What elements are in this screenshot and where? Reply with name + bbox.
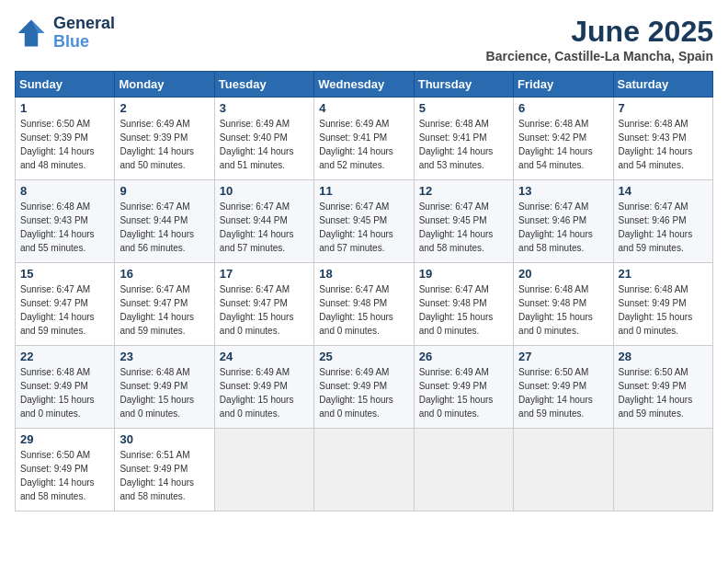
calendar-week-1: 1 Sunrise: 6:50 AMSunset: 9:39 PMDayligh…: [16, 98, 713, 180]
day-number: 12: [419, 184, 508, 198]
day-info: Sunrise: 6:48 AMSunset: 9:43 PMDaylight:…: [20, 200, 109, 255]
day-info: Sunrise: 6:49 AMSunset: 9:40 PMDaylight:…: [220, 117, 309, 172]
day-info: Sunrise: 6:48 AMSunset: 9:41 PMDaylight:…: [419, 117, 508, 172]
header-wednesday: Wednesday: [314, 72, 414, 98]
calendar-cell: 16 Sunrise: 6:47 AMSunset: 9:47 PMDaylig…: [115, 263, 214, 346]
calendar-cell: 25 Sunrise: 6:49 AMSunset: 9:49 PMDaylig…: [314, 346, 414, 429]
calendar-cell: [613, 429, 712, 511]
day-number: 9: [119, 184, 209, 198]
page-header: General Blue June 2025 Barcience, Castil…: [15, 15, 713, 63]
calendar-cell: 1 Sunrise: 6:50 AMSunset: 9:39 PMDayligh…: [16, 98, 115, 180]
day-number: 16: [119, 267, 209, 281]
day-info: Sunrise: 6:50 AMSunset: 9:49 PMDaylight:…: [619, 365, 708, 420]
day-number: 10: [220, 184, 309, 198]
day-info: Sunrise: 6:47 AMSunset: 9:47 PMDaylight:…: [220, 282, 309, 338]
day-info: Sunrise: 6:49 AMSunset: 9:41 PMDaylight:…: [319, 117, 408, 172]
calendar-cell: 8 Sunrise: 6:48 AMSunset: 9:43 PMDayligh…: [16, 180, 115, 263]
day-info: Sunrise: 6:48 AMSunset: 9:48 PMDaylight:…: [518, 282, 608, 338]
day-number: 30: [119, 432, 209, 446]
logo-text: General Blue: [53, 15, 115, 52]
calendar-cell: 12 Sunrise: 6:47 AMSunset: 9:45 PMDaylig…: [414, 180, 513, 263]
header-tuesday: Tuesday: [214, 72, 313, 98]
day-number: 3: [220, 101, 309, 115]
day-info: Sunrise: 6:48 AMSunset: 9:43 PMDaylight:…: [619, 117, 708, 172]
day-number: 11: [319, 184, 408, 198]
calendar-cell: 9 Sunrise: 6:47 AMSunset: 9:44 PMDayligh…: [115, 180, 214, 263]
calendar-cell: 6 Sunrise: 6:48 AMSunset: 9:42 PMDayligh…: [514, 98, 613, 180]
calendar-week-3: 15 Sunrise: 6:47 AMSunset: 9:47 PMDaylig…: [16, 263, 713, 346]
day-info: Sunrise: 6:51 AMSunset: 9:49 PMDaylight:…: [119, 448, 209, 503]
calendar-cell: 7 Sunrise: 6:48 AMSunset: 9:43 PMDayligh…: [613, 98, 712, 180]
day-number: 24: [220, 350, 309, 363]
calendar-cell: 29 Sunrise: 6:50 AMSunset: 9:49 PMDaylig…: [16, 429, 115, 511]
day-number: 8: [20, 184, 109, 198]
calendar-subtitle: Barcience, Castille-La Mancha, Spain: [486, 49, 713, 63]
calendar-cell: [314, 429, 414, 511]
calendar-cell: 20 Sunrise: 6:48 AMSunset: 9:48 PMDaylig…: [514, 263, 613, 346]
day-number: 19: [419, 267, 508, 281]
day-number: 15: [20, 267, 109, 281]
calendar-cell: 30 Sunrise: 6:51 AMSunset: 9:49 PMDaylig…: [115, 429, 214, 511]
calendar-week-5: 29 Sunrise: 6:50 AMSunset: 9:49 PMDaylig…: [16, 429, 713, 511]
day-number: 18: [319, 267, 408, 281]
calendar-cell: 4 Sunrise: 6:49 AMSunset: 9:41 PMDayligh…: [314, 98, 414, 180]
calendar-table: Sunday Monday Tuesday Wednesday Thursday…: [15, 71, 713, 511]
logo-icon: [15, 17, 48, 50]
day-number: 21: [619, 267, 708, 281]
day-number: 4: [319, 101, 408, 115]
day-info: Sunrise: 6:47 AMSunset: 9:44 PMDaylight:…: [119, 200, 209, 255]
calendar-cell: 27 Sunrise: 6:50 AMSunset: 9:49 PMDaylig…: [514, 346, 613, 429]
day-info: Sunrise: 6:47 AMSunset: 9:45 PMDaylight:…: [319, 200, 408, 255]
day-info: Sunrise: 6:48 AMSunset: 9:49 PMDaylight:…: [119, 365, 209, 420]
calendar-cell: 11 Sunrise: 6:47 AMSunset: 9:45 PMDaylig…: [314, 180, 414, 263]
calendar-cell: 22 Sunrise: 6:48 AMSunset: 9:49 PMDaylig…: [16, 346, 115, 429]
day-number: 22: [20, 350, 109, 363]
day-info: Sunrise: 6:49 AMSunset: 9:39 PMDaylight:…: [119, 117, 209, 172]
day-number: 25: [319, 350, 408, 363]
day-info: Sunrise: 6:47 AMSunset: 9:47 PMDaylight:…: [119, 282, 209, 338]
day-number: 1: [20, 101, 109, 115]
calendar-cell: 28 Sunrise: 6:50 AMSunset: 9:49 PMDaylig…: [613, 346, 712, 429]
day-number: 14: [619, 184, 708, 198]
day-number: 28: [619, 350, 708, 363]
calendar-cell: [414, 429, 513, 511]
day-number: 17: [220, 267, 309, 281]
calendar-cell: 23 Sunrise: 6:48 AMSunset: 9:49 PMDaylig…: [115, 346, 214, 429]
calendar-cell: 13 Sunrise: 6:47 AMSunset: 9:46 PMDaylig…: [514, 180, 613, 263]
day-number: 2: [119, 101, 209, 115]
day-number: 26: [419, 350, 508, 363]
day-info: Sunrise: 6:49 AMSunset: 9:49 PMDaylight:…: [220, 365, 309, 420]
day-info: Sunrise: 6:47 AMSunset: 9:46 PMDaylight:…: [518, 200, 608, 255]
calendar-cell: 21 Sunrise: 6:48 AMSunset: 9:49 PMDaylig…: [613, 263, 712, 346]
calendar-cell: 14 Sunrise: 6:47 AMSunset: 9:46 PMDaylig…: [613, 180, 712, 263]
header-thursday: Thursday: [414, 72, 513, 98]
calendar-week-4: 22 Sunrise: 6:48 AMSunset: 9:49 PMDaylig…: [16, 346, 713, 429]
day-number: 5: [419, 101, 508, 115]
header-sunday: Sunday: [16, 72, 115, 98]
day-number: 27: [518, 350, 608, 363]
calendar-cell: 26 Sunrise: 6:49 AMSunset: 9:49 PMDaylig…: [414, 346, 513, 429]
day-info: Sunrise: 6:50 AMSunset: 9:39 PMDaylight:…: [20, 117, 109, 172]
day-info: Sunrise: 6:48 AMSunset: 9:49 PMDaylight:…: [619, 282, 708, 338]
calendar-title: June 2025: [486, 15, 713, 49]
day-info: Sunrise: 6:49 AMSunset: 9:49 PMDaylight:…: [419, 365, 508, 420]
calendar-cell: 17 Sunrise: 6:47 AMSunset: 9:47 PMDaylig…: [214, 263, 313, 346]
calendar-week-2: 8 Sunrise: 6:48 AMSunset: 9:43 PMDayligh…: [16, 180, 713, 263]
day-info: Sunrise: 6:48 AMSunset: 9:49 PMDaylight:…: [20, 365, 109, 420]
calendar-cell: 15 Sunrise: 6:47 AMSunset: 9:47 PMDaylig…: [16, 263, 115, 346]
day-info: Sunrise: 6:47 AMSunset: 9:47 PMDaylight:…: [20, 282, 109, 338]
logo: General Blue: [15, 15, 115, 52]
day-number: 7: [619, 101, 708, 115]
calendar-cell: 18 Sunrise: 6:47 AMSunset: 9:48 PMDaylig…: [314, 263, 414, 346]
day-number: 29: [20, 432, 109, 446]
title-area: June 2025 Barcience, Castille-La Mancha,…: [486, 15, 713, 63]
day-number: 20: [518, 267, 608, 281]
day-number: 23: [119, 350, 209, 363]
day-number: 13: [518, 184, 608, 198]
header-monday: Monday: [115, 72, 214, 98]
header-friday: Friday: [514, 72, 613, 98]
calendar-cell: 3 Sunrise: 6:49 AMSunset: 9:40 PMDayligh…: [214, 98, 313, 180]
calendar-cell: [514, 429, 613, 511]
day-info: Sunrise: 6:47 AMSunset: 9:45 PMDaylight:…: [419, 200, 508, 255]
day-info: Sunrise: 6:49 AMSunset: 9:49 PMDaylight:…: [319, 365, 408, 420]
